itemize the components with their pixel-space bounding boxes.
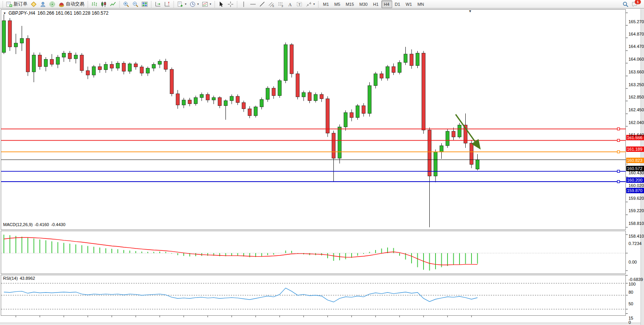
rsi-panel[interactable]	[1, 275, 626, 316]
rsi-axis-label: 100	[629, 282, 635, 286]
new-order-button[interactable]: 新订单	[5, 0, 29, 8]
line-chart-button[interactable]	[108, 0, 118, 8]
timeframe-w1-button[interactable]: W1	[403, 0, 415, 8]
autotrading-label: 自动交易	[66, 1, 84, 7]
template-icon	[202, 1, 208, 7]
gold-diamond-icon	[31, 1, 37, 7]
timeframe-mn-button[interactable]: MN	[415, 0, 427, 8]
autotrading-icon	[58, 1, 65, 7]
timeframe-h1-button[interactable]: H1	[370, 0, 381, 8]
toolbar: 新订单 自动交易	[0, 0, 644, 9]
chevron-down-icon: ▾	[185, 2, 186, 6]
timeframe-m5-button[interactable]: M5	[331, 0, 343, 8]
rsi-indicator-label: RSI(14) 43.8962	[3, 276, 35, 281]
crosshair-tool-button[interactable]	[226, 0, 235, 8]
cursor-icon	[218, 1, 224, 7]
chart-menu-triangle-icon[interactable]: ▼	[3, 12, 6, 15]
search-icon	[622, 1, 629, 7]
new-chart-icon	[177, 1, 183, 7]
chevron-down-icon: ▾	[210, 2, 211, 6]
toolbar-grip[interactable]	[318, 1, 319, 7]
chart-shift-button[interactable]	[162, 0, 172, 8]
zoom-out-icon	[132, 1, 138, 7]
zoom-out-button[interactable]	[131, 0, 140, 8]
cursor-tool-button[interactable]	[217, 0, 226, 8]
toolbar-grip[interactable]	[236, 1, 238, 7]
auto-scroll-button[interactable]	[153, 0, 162, 8]
arrows-shapes-icon	[306, 1, 312, 7]
equidistant-channel-icon: E	[268, 1, 275, 7]
bar-chart-icon	[91, 1, 97, 7]
timeframe-m30-button[interactable]: M30	[357, 0, 370, 8]
mt4-window: 新订单 自动交易	[0, 0, 644, 325]
timeframe-d1-button[interactable]: D1	[392, 0, 403, 8]
text-tool-button[interactable]: A	[285, 0, 295, 8]
trendline-tool-button[interactable]	[258, 0, 267, 8]
template-button[interactable]: ▾	[200, 0, 213, 8]
bar-chart-button[interactable]	[90, 0, 99, 8]
ohlc-values-label: 160.266 161.061 160.228 160.572	[38, 10, 109, 16]
toolbar-grip[interactable]	[2, 1, 3, 7]
tile-windows-icon	[142, 1, 148, 7]
window-bottom-edge	[0, 323, 644, 325]
search-button[interactable]	[621, 0, 630, 8]
candlestick-chart-icon	[101, 1, 107, 7]
auto-scroll-icon	[155, 1, 161, 7]
profile-cloud-icon	[40, 1, 46, 7]
svg-text:T: T	[299, 2, 301, 6]
crosshair-icon	[227, 1, 234, 7]
label-tool-button[interactable]: T	[295, 0, 304, 8]
text-icon: A	[287, 1, 293, 7]
fibonacci-icon: F	[278, 1, 284, 7]
fibonacci-tool-button[interactable]: F	[276, 0, 285, 8]
macd-axis-label: 0.00	[629, 260, 637, 264]
chart-shift-marker-icon[interactable]: ▼	[468, 9, 472, 13]
time-axis[interactable]	[0, 316, 644, 323]
symbol-period-label: GBPJPY-,H4	[9, 10, 35, 16]
zoom-in-button[interactable]	[121, 0, 131, 8]
candlestick-chart-button[interactable]	[99, 0, 108, 8]
signal-broadcast-icon	[49, 1, 55, 7]
timeframe-h4-button[interactable]: H4	[381, 0, 392, 8]
chart-shift-icon	[164, 1, 170, 7]
window-right-edge	[641, 9, 644, 325]
chart-window: 161.556161.189160.823160.572160.200159.8…	[0, 9, 644, 325]
toolbar-grip[interactable]	[119, 1, 120, 7]
macd-indicator-label: MACD(12,26,9) -0.4160 -0.4430	[3, 222, 65, 227]
chevron-down-icon: ▾	[197, 2, 199, 6]
new-chart-button[interactable]: ▾	[176, 0, 188, 8]
horizontal-line-icon	[250, 1, 256, 7]
toolbar-grip[interactable]	[87, 1, 89, 7]
signal-broadcast-button[interactable]	[48, 0, 57, 8]
horizontal-line-tool-button[interactable]	[248, 0, 258, 8]
shapes-tool-button[interactable]: ▾	[304, 0, 316, 8]
new-order-icon	[6, 1, 12, 7]
timeframe-m1-button[interactable]: M1	[320, 0, 331, 8]
chevron-down-icon: ▾	[313, 2, 315, 6]
vertical-line-icon	[241, 1, 247, 7]
chart-title: ▼ GBPJPY-,H4 160.266 161.061 160.228 160…	[3, 10, 108, 16]
price-panel[interactable]	[1, 9, 626, 230]
vertical-line-tool-button[interactable]	[239, 0, 248, 8]
rsi-axis-label: 80	[629, 290, 633, 294]
new-order-label: 新订单	[14, 1, 27, 7]
notification-badge: 1	[635, 0, 641, 4]
channel-tool-button[interactable]: E	[267, 0, 276, 8]
toolbar-grip[interactable]	[173, 1, 174, 7]
autotrading-button[interactable]: 自动交易	[57, 0, 86, 8]
period-button[interactable]: ▾	[188, 0, 200, 8]
profile-cloud-button[interactable]	[38, 0, 48, 8]
gold-diamond-button[interactable]	[29, 0, 38, 8]
rsi-axis-label: 50	[629, 301, 633, 306]
svg-text:A: A	[289, 2, 292, 7]
trendline-icon	[259, 1, 265, 7]
macd-panel[interactable]	[1, 231, 626, 274]
text-label-icon: T	[296, 1, 302, 7]
tile-windows-button[interactable]	[140, 0, 149, 8]
svg-text:F: F	[282, 5, 284, 7]
clock-icon	[190, 1, 196, 7]
toolbar-grip[interactable]	[150, 1, 152, 7]
macd-axis-label: 0.7234	[629, 241, 642, 246]
timeframe-m15-button[interactable]: M15	[343, 0, 357, 8]
toolbar-grip[interactable]	[214, 1, 215, 7]
